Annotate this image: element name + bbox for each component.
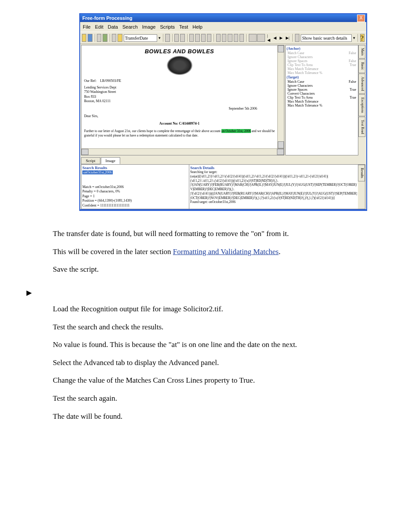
- account-no: Account No: C/41440974-1: [84, 122, 275, 125]
- magnify-icon[interactable]: [295, 34, 299, 42]
- app-window: Free-form Processing X File Edit Data Se…: [79, 13, 367, 211]
- redo-icon[interactable]: [180, 34, 184, 42]
- para-9: Test the search again.: [53, 393, 367, 404]
- ourref-label: Our Ref:: [84, 79, 96, 83]
- scrollbar-vertical[interactable]: [277, 45, 284, 148]
- letter-body: Further to our letter of August 21st, ou…: [84, 129, 275, 138]
- details-heading: Search Details: [190, 166, 357, 170]
- tab-main[interactable]: Main: [358, 45, 365, 59]
- para-8: Change the value of the Matches Can Cros…: [53, 375, 367, 386]
- company-name: BOWLES AND BOWLES: [84, 48, 275, 55]
- letter-date: September 5th 2006: [84, 107, 275, 111]
- open-icon[interactable]: [82, 34, 86, 42]
- salutation: Dear Sirs,: [84, 114, 275, 118]
- paste-icon[interactable]: [201, 34, 206, 42]
- stat-confident: Confident = 111111111111111111: [82, 203, 188, 208]
- field-combo[interactable]: [124, 34, 157, 42]
- addr3: Box 833: [84, 95, 275, 99]
- menu-test[interactable]: Test: [179, 24, 188, 30]
- copy-icon[interactable]: [195, 34, 199, 42]
- titlebar[interactable]: Free-form Processing X: [80, 14, 366, 22]
- addr2: 750 Washington Street: [84, 90, 275, 94]
- detail-combo[interactable]: [301, 34, 352, 42]
- menu-search[interactable]: Search: [122, 24, 138, 30]
- undo-icon[interactable]: [174, 34, 179, 42]
- save-icon[interactable]: [88, 34, 92, 42]
- prop-group-anchor: (Anchor): [287, 47, 357, 51]
- tab-image[interactable]: Image: [101, 157, 121, 164]
- search-results-panel: Search Results onOctober31st,2006 Match …: [81, 165, 189, 209]
- properties-panel: (Anchor) Match CaseFalse Ignore Characte…: [285, 45, 358, 155]
- window-title: Free-form Processing: [81, 15, 133, 21]
- result-selected[interactable]: onOctober31st,2006: [82, 170, 113, 174]
- side-tabs: Main Basic Advanced Exceptions Text Read: [358, 45, 365, 155]
- match-highlight: on October 31st, 2006: [221, 129, 251, 133]
- tab-results[interactable]: Results: [358, 165, 365, 181]
- img-icon[interactable]: [97, 34, 101, 42]
- menu-file[interactable]: File: [83, 24, 91, 30]
- menu-help[interactable]: Help: [192, 24, 203, 30]
- menu-bar: File Edit Data Search Image Scripts Test…: [80, 22, 366, 32]
- results-heading: Search Results: [82, 166, 188, 170]
- stat-match: Match = onOctober31st,2006: [82, 185, 188, 189]
- tab-textread[interactable]: Text Read: [358, 117, 365, 137]
- tab-script[interactable]: Script: [81, 157, 100, 164]
- zoomout-icon[interactable]: [257, 34, 265, 42]
- para-10: The date will be found.: [53, 411, 367, 422]
- logo-icon: [166, 55, 193, 75]
- zoomin-icon[interactable]: [249, 34, 257, 42]
- menu-data[interactable]: Data: [108, 24, 118, 30]
- stat-page: Page = 1: [82, 194, 188, 199]
- step-arrow-icon: ▶: [26, 288, 367, 297]
- stat-position: Position = (664,1390)-(1081,1439): [82, 199, 188, 203]
- help-icon[interactable]: ?: [360, 34, 365, 42]
- tab-basic[interactable]: Basic: [358, 59, 365, 73]
- link-formatting[interactable]: Formatting and Validating Matches: [173, 247, 279, 256]
- para-6: No value is found. This is because the "…: [53, 340, 367, 351]
- menu-edit[interactable]: Edit: [95, 24, 103, 30]
- menu-scripts[interactable]: Scripts: [160, 24, 175, 30]
- stat-penalty: Penalty = 0 characters, 0%: [82, 189, 188, 194]
- toolbar: ▾: [80, 32, 366, 44]
- outdent-icon[interactable]: [222, 34, 226, 42]
- prop-group-target: (Target): [287, 75, 357, 79]
- tab-exceptions[interactable]: Exceptions: [358, 94, 365, 116]
- para-3: Save the script.: [53, 264, 367, 275]
- lower-tabs: Script Image: [81, 157, 366, 164]
- img2-icon[interactable]: [103, 34, 107, 42]
- para-4: Load the Recognition output file for ima…: [53, 304, 367, 315]
- addr4: Boston, MA 02111: [84, 99, 275, 103]
- find-icon[interactable]: [207, 34, 211, 42]
- list-icon[interactable]: [228, 34, 232, 42]
- block-icon[interactable]: [239, 34, 244, 42]
- para-2: This will be covered in the later sectio…: [53, 247, 367, 258]
- indent-icon[interactable]: [216, 34, 221, 42]
- tool-icon[interactable]: [165, 34, 169, 42]
- print-icon[interactable]: [112, 34, 116, 42]
- cut-icon[interactable]: [189, 34, 194, 42]
- para-1: The transfer date is found, but will nee…: [53, 229, 367, 240]
- menu-image[interactable]: Image: [142, 24, 156, 30]
- close-icon[interactable]: X: [357, 15, 365, 22]
- search-details-panel: Search Details Searching for target: (on…: [189, 165, 358, 209]
- ourref-value: LB/090503/FE: [100, 79, 121, 83]
- para-5: Test the search and check the results.: [53, 322, 367, 333]
- document-preview: BOWLES AND BOWLES Our Ref: LB/090503/FE …: [81, 45, 277, 148]
- para-7: Select the Advanced tab to display the A…: [53, 358, 367, 369]
- addr1: Lending Services Dept: [84, 85, 275, 90]
- tab-advanced[interactable]: Advanced: [358, 74, 365, 94]
- list2-icon[interactable]: [234, 34, 238, 42]
- folder-icon[interactable]: [118, 34, 122, 42]
- scrollbar-horizontal[interactable]: [81, 148, 284, 155]
